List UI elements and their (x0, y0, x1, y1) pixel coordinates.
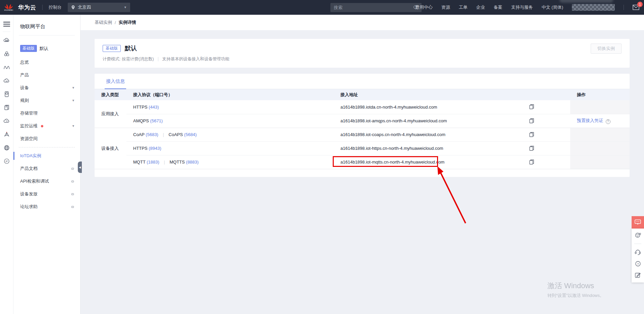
device-cloud-icon[interactable] (0, 87, 13, 101)
col-actions: 操作 (570, 89, 630, 100)
sidebar-collapse-handle[interactable]: ◀ (78, 162, 82, 173)
divider (634, 244, 641, 244)
port-link[interactable]: (1883) (147, 160, 159, 165)
feedback-chat-button[interactable] (632, 216, 644, 229)
sidebar-item-documentation[interactable]: 产品文档 (13, 162, 80, 175)
huawei-logo[interactable]: HUAWEI (3, 4, 15, 11)
divider (42, 5, 43, 10)
sidebar-item-api-explorer[interactable]: API检索和调试 (13, 175, 80, 188)
support-headset-icon[interactable] (634, 249, 641, 255)
nav-icp-filing[interactable]: 备案 (494, 4, 502, 10)
address-cell: a1614b1898.iot-amqps.cn-north-4.myhuawei… (334, 114, 522, 128)
help-circle-icon[interactable]: ? (635, 260, 641, 267)
copy-button[interactable] (528, 131, 535, 138)
port-link[interactable]: (8943) (149, 146, 161, 151)
edition-badge: 基础版 (20, 45, 37, 52)
globe-icon[interactable] (0, 141, 13, 154)
table-row: HTTPS (8943) a1614b1898.iot-https.cn-nor… (95, 141, 630, 155)
dashed-divider (19, 147, 75, 147)
cloud-server-icon[interactable] (0, 34, 13, 47)
instance-summary-card: 基础版 默认 计费模式: 按需计费(消息数) 支持基本的设备接入和设备管理功能 … (95, 39, 630, 68)
nav-enterprise[interactable]: 企业 (476, 4, 485, 10)
divider (158, 57, 158, 61)
cloud-storage-icon[interactable] (0, 74, 13, 87)
messages-button[interactable]: 1 (633, 5, 639, 10)
col-protocol-port: 接入协议（端口号） (126, 89, 334, 100)
instance-description: 支持基本的设备接入和设备管理功能 (162, 56, 229, 62)
sidebar-item-resource-spaces[interactable]: 资源空间 (13, 132, 80, 145)
port-link[interactable]: (8883) (186, 160, 199, 165)
external-link-icon (70, 192, 75, 196)
sidebar-item-overview[interactable]: 总览 (13, 56, 80, 69)
nav-support[interactable]: 支持与服务 (511, 4, 533, 10)
sidebar-item-monitoring[interactable]: 监控运维▼ (13, 120, 80, 132)
service-icon-rail: IP (0, 15, 13, 314)
copy-cell (522, 128, 570, 141)
drone-icon[interactable] (0, 128, 13, 141)
sidebar-menu: 物联网平台 基础版 默认 总览 产品 设备▼ 规则▼ 存储管理 监控运维▼ 资源… (13, 15, 80, 314)
floating-toolbar: ? (632, 229, 644, 282)
breadcrumb: 基础实例 / 实例详情 (80, 15, 644, 30)
sidebar-item-device-provisioning[interactable]: 设备发放 (13, 188, 80, 200)
hamburger-menu-icon[interactable] (0, 18, 13, 30)
nav-billing-center[interactable]: 费用中心 (415, 4, 433, 10)
top-navbar: HUAWEI 华为云 控制台 北京四 ▼ 费用中心 资源 工单 企业 备案 支持… (0, 0, 644, 15)
copy-cell (522, 155, 570, 169)
copy-button[interactable] (528, 159, 535, 166)
protocol-cell: HTTPS (8943) (126, 141, 334, 155)
edition-outline-badge: 基础版 (103, 45, 121, 52)
region-name: 北京四 (78, 4, 91, 10)
external-link-icon (70, 167, 75, 171)
account-name-blurred[interactable] (572, 4, 615, 11)
nav-language[interactable]: 中文 (简体) (542, 4, 563, 10)
port-link[interactable]: (5683) (146, 132, 158, 137)
preset-credential-link[interactable]: 预置接入凭证 (577, 118, 603, 123)
sidebar-item-rules[interactable]: 规则▼ (13, 94, 80, 107)
notification-badge: 1 (637, 2, 643, 7)
cluster-icon[interactable] (0, 47, 13, 61)
instance-name: 默认 (125, 44, 137, 52)
waves-icon[interactable] (0, 61, 13, 74)
cloud-clock-icon[interactable] (0, 114, 13, 128)
sidebar-item-products[interactable]: 产品 (13, 69, 80, 81)
chevron-down-icon: ▼ (72, 99, 75, 102)
switch-instance-button[interactable]: 切换实例 (591, 44, 622, 54)
port-link[interactable]: (5671) (150, 118, 163, 123)
divider (624, 5, 624, 10)
breadcrumb-parent[interactable]: 基础实例 (95, 19, 112, 25)
sidebar-item-storage[interactable]: 存储管理 (13, 107, 80, 120)
table-row: 设备接入 CoAP (5683) | CoAPS (5684) a1614b18… (95, 128, 630, 141)
port-link[interactable]: (443) (149, 105, 159, 110)
documents-icon[interactable] (0, 101, 13, 114)
brand-name[interactable]: 华为云 (18, 4, 36, 11)
table-header-row: 接入类型 接入协议（端口号） 接入地址 操作 (95, 89, 630, 100)
copy-button[interactable] (528, 117, 535, 124)
sidebar-item-devices[interactable]: 设备▼ (13, 81, 80, 94)
access-type-app: 应用接入 (95, 100, 126, 128)
chevron-down-icon: ▼ (72, 124, 75, 128)
search-input[interactable] (330, 5, 413, 10)
port-link[interactable]: (5684) (184, 132, 197, 137)
copy-button[interactable] (528, 145, 535, 152)
address-cell: a1614b1898.iot-coaps.cn-north-4.myhuawei… (334, 128, 522, 141)
smiley-feedback-icon[interactable] (635, 232, 641, 239)
help-icon[interactable]: ? (606, 119, 610, 124)
huawei-flower-icon (5, 4, 13, 9)
copy-cell (522, 141, 570, 155)
tab-access-info[interactable]: 接入信息 (105, 78, 126, 89)
access-type-device: 设备接入 (95, 128, 126, 169)
console-link[interactable]: 控制台 (49, 4, 62, 10)
nav-tickets[interactable]: 工单 (459, 4, 468, 10)
feedback-edit-icon[interactable] (635, 272, 641, 278)
sidebar-item-iotda-instances[interactable]: IoTDA实例 (13, 149, 80, 162)
region-selector[interactable]: 北京四 ▼ (68, 3, 130, 12)
main-content: 基础实例 / 实例详情 基础版 默认 计费模式: 按需计费(消息数) 支持基本的… (80, 15, 644, 314)
windows-activation-watermark: 激活 Windows 转到“设置”以激活 Windows。 (547, 281, 604, 299)
ip-icon[interactable]: IP (0, 154, 13, 168)
external-link-icon (70, 205, 75, 209)
sidebar-item-forum-help[interactable]: 论坛求助 (13, 200, 80, 213)
nav-resources[interactable]: 资源 (441, 4, 450, 10)
copy-button[interactable] (528, 103, 535, 110)
edition-name: 默认 (40, 46, 48, 52)
billing-mode: 计费模式: 按需计费(消息数) (103, 56, 154, 62)
